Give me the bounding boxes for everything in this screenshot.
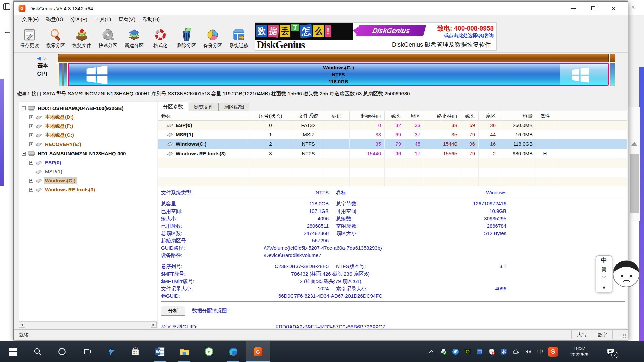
menu-item-0[interactable]: 文件(F) [18,16,42,23]
tab-浏览文件[interactable]: 浏览文件 [189,103,219,111]
ie-browser-taskbar-button[interactable]: e [197,341,221,362]
expand-icon[interactable]: + [29,161,33,165]
column-header-磁头[interactable]: 磁头 [461,111,479,120]
scroll-right-icon[interactable]: ▶ [151,322,157,328]
column-header-属性[interactable]: 属性 [536,111,554,120]
tab-outline-icon[interactable] [3,3,10,10]
nvidia-icon[interactable] [463,347,472,356]
volume-icon[interactable] [523,347,533,356]
tree-item-Windows(C:)[interactable]: +Windows(C:) [19,176,157,185]
column-header-卷标[interactable]: 卷标 [158,111,249,120]
menu-item-3[interactable]: 工具(T) [91,16,115,23]
partition-esp-sliver[interactable] [59,63,63,86]
scrollbar-thumb[interactable] [630,154,639,213]
ime-widget-item[interactable]: ♥ [603,285,606,290]
column-header-扇区[interactable]: 扇区 [405,111,424,120]
table-row-ESP(0)[interactable]: ESP(0)0FAT3203233336936260.0MB [158,121,627,130]
tree-item-本地磁盘(F:)[interactable]: +本地磁盘(F:) [19,122,157,131]
store-taskbar-button[interactable] [123,341,148,362]
partition-re-sliver[interactable] [610,63,615,86]
scroll-left-icon[interactable]: ◀ [19,322,25,328]
flash-app-taskbar-button[interactable] [99,341,123,362]
expand-icon[interactable]: + [29,124,33,128]
table-row-Windows(C:)[interactable]: Windows(C:)2NTFS357945154409616118.0GB [158,139,627,149]
ime-language-indicator[interactable]: 中 [535,348,545,356]
collapse-icon[interactable]: − [22,106,26,110]
expand-icon[interactable]: + [29,115,33,119]
expand-icon[interactable]: + [29,188,33,192]
taskbar-clock[interactable]: 18:37 2022/5/9 [561,345,598,358]
next-disk-icon[interactable]: ▷ [43,55,49,61]
taskbar-search-taskbar-button[interactable] [25,341,50,362]
background-scrollbar[interactable] [629,107,640,221]
删除分区-button[interactable]: 删除分区 [173,25,200,52]
explorer-taskbar-button[interactable] [172,341,197,362]
expand-icon[interactable]: + [29,179,33,183]
titlebar[interactable]: G DiskGenius V5.4.3.1342 x64 × [14,2,628,15]
partition-msr-sliver[interactable] [63,63,67,86]
back-arrow-icon[interactable]: ← [3,26,11,36]
tree-item-Windows RE tools(3)[interactable]: +Windows RE tools(3) [19,185,157,194]
cortana-taskbar-button[interactable] [50,341,74,362]
power-icon[interactable] [511,347,521,356]
start-taskbar-button[interactable] [1,341,25,362]
close-button[interactable]: × [603,2,624,15]
系统迁移-button[interactable]: 系统迁移 [226,25,252,52]
table-row-MSR(1)[interactable]: MSR(1)1MSR33693735794416.0MB [158,130,627,139]
tab-分区参数[interactable]: 分区参数 [158,102,188,111]
column-header-容量[interactable]: 容量 [499,111,536,120]
word-taskbar-button[interactable]: W [148,341,172,362]
snowflake-icon[interactable] [499,347,508,356]
ad-banner[interactable]: 数据丢了怎么! DiskGenius DiskGenius 致电: 400-00… [255,22,497,51]
collapse-icon[interactable]: − [22,152,26,156]
menu-item-1[interactable]: 磁盘(D) [42,16,67,23]
tree-item-本地磁盘(G:)[interactable]: +本地磁盘(G:) [19,131,157,140]
expand-icon[interactable]: + [29,142,33,146]
disk-strip[interactable] [58,54,609,62]
ime-widget-item[interactable]: 简 [602,267,607,272]
tree-item-HD0:TOSHIBAMQ04ABF100(932GB)[interactable]: −HD0:TOSHIBAMQ04ABF100(932GB) [19,104,157,113]
analyze-button[interactable]: 分析 [161,306,185,316]
sogou-input-icon[interactable]: S [548,347,558,357]
defender-icon[interactable] [487,347,496,356]
edge-taskbar-button[interactable] [221,341,246,362]
快速分区-button[interactable]: 快速分区 [95,25,121,52]
taskview-taskbar-button[interactable] [74,341,99,362]
ime-toolbar[interactable]: 中简半♥ [596,255,612,292]
expand-icon[interactable]: + [29,133,33,137]
diskgenius-taskbar-button[interactable]: G [246,341,270,362]
printer-icon[interactable] [439,347,448,356]
tree-item-本地磁盘(D:)[interactable]: +本地磁盘(D:) [19,113,157,122]
恢复文件-button[interactable]: 恢复文件 [69,25,95,52]
tree-horizontal-scrollbar[interactable]: ◀ ▶ [19,321,157,328]
格式化-button[interactable]: 格式化 [147,25,173,52]
background-close-icon[interactable]: × [631,3,635,11]
partition-windows-c-bar[interactable]: Windows(C:) NTFS 118.0GB [68,63,609,86]
搜索分区-button[interactable]: 搜索分区 [43,25,69,52]
column-header-标识[interactable]: 标识 [324,111,350,120]
intel-graphics-icon[interactable] [475,347,484,356]
column-header-扇区[interactable]: 扇区 [479,111,499,120]
minimize-button[interactable] [563,2,583,15]
messenger-bird-icon[interactable] [451,347,460,356]
menu-item-4[interactable]: 查看(V) [115,16,139,23]
tree-item-HD1:SAMSUNGMZNLN128HAHQ-000[interactable]: −HD1:SAMSUNGMZNLN128HAHQ-000 [19,149,157,158]
tab-扇区编辑[interactable]: 扇区编辑 [219,103,249,111]
新建分区-button[interactable]: 新建分区 [121,25,147,52]
menu-item-5[interactable]: 帮助(H) [139,16,163,23]
action-center-button[interactable]: 2 [600,341,621,362]
column-header-序号(状态)[interactable]: 序号(状态) [249,111,292,120]
tree-item-RECOVERY(E:)[interactable]: +RECOVERY(E:) [19,140,157,149]
column-header-终止柱面[interactable]: 终止柱面 [424,111,461,120]
tree-item-ESP(0)[interactable]: +ESP(0) [19,158,157,167]
scroll-up-icon[interactable] [631,142,637,146]
table-row-Windows RE tools(3)[interactable]: Windows RE tools(3)3NTFS1544096171556579… [158,149,627,158]
prev-disk-icon[interactable]: ◀ [37,55,43,61]
ad-qq-text[interactable]: 或点击此处选择QQ咨询 [444,33,494,39]
maximize-button[interactable] [583,2,603,15]
ime-mascot-face[interactable] [612,258,641,290]
menu-item-2[interactable]: 分区(P) [67,16,91,23]
ime-widget-item[interactable]: 中 [601,258,607,263]
ime-widget-item[interactable]: 半 [602,276,607,281]
column-header-磁头[interactable]: 磁头 [385,111,405,120]
